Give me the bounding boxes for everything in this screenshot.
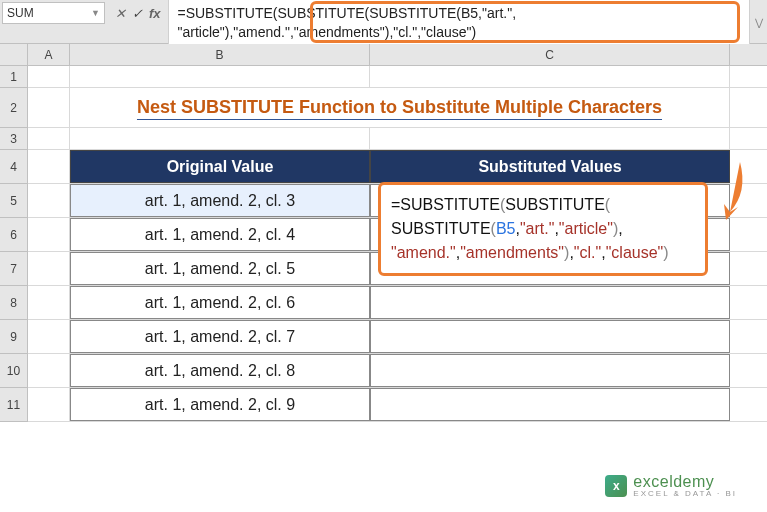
cell-B7[interactable]: art. 1, amend. 2, cl. 5 — [70, 252, 370, 285]
row-header-9[interactable]: 9 — [0, 320, 28, 354]
arrow-icon — [710, 162, 750, 222]
check-icon[interactable]: ✓ — [132, 6, 143, 21]
cell-B9[interactable]: art. 1, amend. 2, cl. 7 — [70, 320, 370, 353]
cell-C11[interactable] — [370, 388, 730, 421]
cell-B10[interactable]: art. 1, amend. 2, cl. 8 — [70, 354, 370, 387]
cell-B6[interactable]: art. 1, amend. 2, cl. 4 — [70, 218, 370, 251]
chevron-down-icon[interactable]: ▼ — [91, 8, 100, 18]
row-header-7[interactable]: 7 — [0, 252, 28, 286]
title-cell[interactable]: Nest SUBSTITUTE Function to Substitute M… — [70, 88, 730, 127]
col-header-A[interactable]: A — [28, 44, 70, 65]
col-header-B[interactable]: B — [70, 44, 370, 65]
fx-icon[interactable]: fx — [149, 6, 161, 21]
formula-bar: SUM ▼ ✕ ✓ fx =SUBSTITUTE(SUBSTITUTE(SUBS… — [0, 0, 767, 44]
cell-A4[interactable] — [28, 150, 70, 183]
page-title: Nest SUBSTITUTE Function to Substitute M… — [137, 97, 662, 118]
row-headers: 1 2 3 4 5 6 7 8 9 10 11 — [0, 66, 28, 422]
row-header-6[interactable]: 6 — [0, 218, 28, 252]
header-original[interactable]: Original Value — [70, 150, 370, 183]
watermark: x exceldemy EXCEL & DATA · BI — [605, 473, 737, 498]
formula-input[interactable]: =SUBSTITUTE(SUBSTITUTE(SUBSTITUTE(B5,"ar… — [168, 0, 749, 44]
row-header-1[interactable]: 1 — [0, 66, 28, 88]
name-box[interactable]: SUM ▼ — [2, 2, 105, 24]
cell-C1[interactable] — [370, 66, 730, 87]
cell-A2[interactable] — [28, 88, 70, 127]
cell-A7[interactable] — [28, 252, 70, 285]
cell-A1[interactable] — [28, 66, 70, 87]
cell-B11[interactable]: art. 1, amend. 2, cl. 9 — [70, 388, 370, 421]
cell-A3[interactable] — [28, 128, 70, 149]
watermark-subtext: EXCEL & DATA · BI — [633, 489, 737, 498]
cell-A8[interactable] — [28, 286, 70, 319]
row-header-4[interactable]: 4 — [0, 150, 28, 184]
col-header-C[interactable]: C — [370, 44, 730, 65]
row-header-8[interactable]: 8 — [0, 286, 28, 320]
cell-B1[interactable] — [70, 66, 370, 87]
row-header-10[interactable]: 10 — [0, 354, 28, 388]
cell-C9[interactable] — [370, 320, 730, 353]
formula-text-line2: "article"),"amend.","amendments"),"cl.",… — [177, 23, 741, 42]
cancel-icon[interactable]: ✕ — [115, 6, 126, 21]
row-header-11[interactable]: 11 — [0, 388, 28, 422]
cell-A5[interactable] — [28, 184, 70, 217]
cell-B5[interactable]: art. 1, amend. 2, cl. 3 — [70, 184, 370, 217]
cell-A11[interactable] — [28, 388, 70, 421]
cell-A10[interactable] — [28, 354, 70, 387]
cell-C8[interactable] — [370, 286, 730, 319]
cell-A9[interactable] — [28, 320, 70, 353]
row-header-5[interactable]: 5 — [0, 184, 28, 218]
row-header-2[interactable]: 2 — [0, 88, 28, 128]
select-all-corner[interactable] — [0, 44, 28, 65]
cell-C3[interactable] — [370, 128, 730, 149]
name-box-value: SUM — [7, 6, 85, 20]
row-header-3[interactable]: 3 — [0, 128, 28, 150]
cell-C10[interactable] — [370, 354, 730, 387]
formula-bar-expand-icon[interactable]: ⋁ — [749, 0, 767, 44]
formula-bar-icons: ✕ ✓ fx — [107, 2, 169, 24]
formula-text-line1: =SUBSTITUTE(SUBSTITUTE(SUBSTITUTE(B5,"ar… — [177, 4, 741, 23]
cell-A6[interactable] — [28, 218, 70, 251]
formula-callout: =SUBSTITUTE(SUBSTITUTE( SUBSTITUTE(B5,"a… — [378, 182, 708, 276]
watermark-logo-icon: x — [605, 475, 627, 497]
cell-B3[interactable] — [70, 128, 370, 149]
header-substituted[interactable]: Substituted Values — [370, 150, 730, 183]
column-headers: A B C — [0, 44, 767, 66]
cell-B8[interactable]: art. 1, amend. 2, cl. 6 — [70, 286, 370, 319]
